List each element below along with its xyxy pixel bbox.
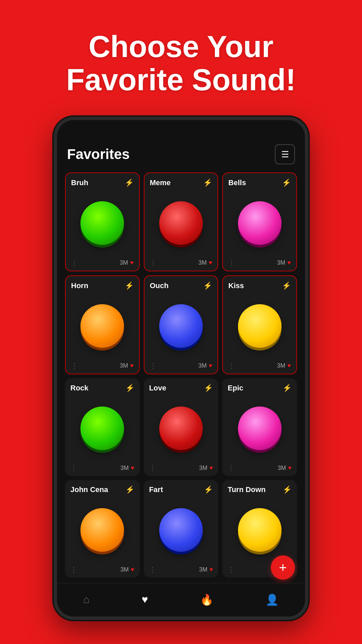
sound-button-horn[interactable] (80, 304, 124, 348)
fire-icon: 🔥 (200, 593, 214, 606)
sound-card-rock[interactable]: Rock ⚡ ⋮ 3M ♥ (65, 378, 140, 476)
play-count: 3M (120, 259, 128, 266)
hero-line2: Favorite Sound! (66, 63, 296, 97)
favorite-icon[interactable]: ♥ (131, 566, 134, 573)
sound-card-epic[interactable]: Epic ⚡ ⋮ 3M ♥ (222, 378, 297, 476)
phone-top-bar (57, 120, 305, 136)
sound-name: Rock (70, 384, 88, 392)
sound-button-fart[interactable] (159, 508, 203, 552)
card-header: Turn Down ⚡ (228, 485, 292, 494)
play-count: 3M (278, 465, 286, 472)
favorite-icon[interactable]: ♥ (288, 465, 292, 472)
lightning-icon: ⚡ (282, 178, 291, 187)
favorite-icon[interactable]: ♥ (287, 259, 291, 266)
nav-home[interactable]: ⌂ (83, 593, 89, 606)
sound-button-rock[interactable] (80, 407, 124, 450)
button-wrap (150, 191, 213, 255)
more-options-icon[interactable]: ⋮ (228, 259, 235, 267)
more-options-icon[interactable]: ⋮ (70, 464, 77, 472)
button-wrap (228, 497, 292, 562)
play-stats: 3M ♥ (277, 362, 291, 369)
sound-card-bells[interactable]: Bells ⚡ ⋮ 3M ♥ (222, 172, 297, 271)
play-count: 3M (277, 362, 285, 369)
more-options-icon[interactable]: ⋮ (150, 259, 157, 267)
sound-name: Kiss (228, 281, 244, 290)
card-header: Fart ⚡ (149, 485, 213, 494)
more-options-icon[interactable]: ⋮ (228, 362, 235, 370)
sound-button-ouch[interactable] (159, 304, 203, 348)
button-wrap (228, 191, 291, 255)
sound-card-ouch[interactable]: Ouch ⚡ ⋮ 3M ♥ (144, 275, 219, 374)
card-header: John Cena ⚡ (70, 485, 134, 494)
sound-button-epic[interactable] (238, 407, 282, 450)
sound-button-bells[interactable] (238, 201, 282, 245)
card-header: Bruh ⚡ (71, 178, 134, 187)
lightning-icon: ⚡ (204, 485, 213, 494)
lightning-icon: ⚡ (203, 178, 212, 187)
vol-up-button (54, 180, 55, 201)
add-sound-fab[interactable]: + (271, 555, 295, 580)
favorite-icon[interactable]: ♥ (209, 465, 213, 472)
sound-card-john-cena[interactable]: John Cena ⚡ ⋮ 3M ♥ (65, 480, 140, 578)
nav-favorites[interactable]: ♥ (141, 593, 148, 606)
phone-frame: Favorites ☰ Bruh ⚡ ⋮ 3M ♥ Meme ⚡ (54, 117, 308, 620)
phone-notch (151, 123, 211, 133)
favorite-icon[interactable]: ♥ (209, 362, 213, 369)
button-wrap (71, 191, 134, 255)
sound-button-bruh[interactable] (80, 201, 124, 245)
more-options-icon[interactable]: ⋮ (71, 362, 78, 370)
nav-trending[interactable]: 🔥 (200, 593, 214, 607)
sound-button-turn-down[interactable] (238, 508, 282, 552)
more-options-icon[interactable]: ⋮ (228, 566, 234, 574)
card-footer: ⋮ 3M ♥ (149, 566, 213, 574)
card-header: Epic ⚡ (228, 384, 292, 392)
sound-button-kiss[interactable] (238, 304, 282, 348)
filter-button[interactable]: ☰ (275, 144, 295, 164)
play-stats: 3M ♥ (198, 362, 213, 369)
bottom-nav: ⌂ ♥ 🔥 👤 (57, 583, 305, 616)
more-options-icon[interactable]: ⋮ (228, 464, 234, 472)
hero-title: Choose Your Favorite Sound! (66, 30, 296, 97)
power-button (307, 194, 308, 227)
card-header: Kiss ⚡ (228, 281, 291, 290)
card-footer: ⋮ 3M ♥ (70, 566, 134, 574)
sound-button-meme[interactable] (159, 201, 203, 245)
play-stats: 3M ♥ (277, 259, 291, 266)
favorite-icon[interactable]: ♥ (131, 465, 134, 472)
sound-card-horn[interactable]: Horn ⚡ ⋮ 3M ♥ (65, 275, 140, 374)
hero-section: Choose Your Favorite Sound! (66, 30, 296, 97)
favorite-icon[interactable]: ♥ (130, 362, 134, 369)
play-count: 3M (199, 566, 207, 573)
favorite-icon[interactable]: ♥ (287, 362, 291, 369)
play-stats: 3M ♥ (199, 465, 213, 472)
sound-button-john-cena[interactable] (80, 508, 124, 552)
sound-card-meme[interactable]: Meme ⚡ ⋮ 3M ♥ (144, 172, 219, 271)
favorite-icon[interactable]: ♥ (209, 259, 213, 266)
more-options-icon[interactable]: ⋮ (149, 566, 156, 574)
app-title: Favorites (67, 146, 130, 162)
sound-name: John Cena (70, 485, 108, 494)
nav-profile[interactable]: 👤 (265, 593, 279, 607)
more-options-icon[interactable]: ⋮ (70, 566, 77, 574)
sound-card-bruh[interactable]: Bruh ⚡ ⋮ 3M ♥ (65, 172, 140, 271)
card-footer: ⋮ 3M ♥ (71, 362, 134, 370)
more-options-icon[interactable]: ⋮ (71, 259, 78, 267)
card-header: Horn ⚡ (71, 281, 134, 290)
more-options-icon[interactable]: ⋮ (149, 464, 156, 472)
card-footer: ⋮ 3M ♥ (150, 362, 213, 370)
sound-name: Love (149, 384, 166, 392)
more-options-icon[interactable]: ⋮ (150, 362, 157, 370)
play-stats: 3M ♥ (199, 566, 213, 573)
favorite-icon[interactable]: ♥ (209, 566, 213, 573)
sound-card-love[interactable]: Love ⚡ ⋮ 3M ♥ (144, 378, 219, 476)
heart-nav-icon: ♥ (141, 593, 148, 606)
favorite-icon[interactable]: ♥ (130, 259, 134, 266)
plus-icon: + (279, 560, 287, 575)
sound-card-kiss[interactable]: Kiss ⚡ ⋮ 3M ♥ (222, 275, 297, 374)
sound-card-fart[interactable]: Fart ⚡ ⋮ 3M ♥ (144, 480, 219, 578)
play-count: 3M (199, 465, 207, 472)
filter-icon: ☰ (281, 149, 289, 160)
sound-button-love[interactable] (159, 407, 203, 450)
lightning-icon: ⚡ (282, 281, 291, 290)
lightning-icon: ⚡ (203, 281, 212, 290)
